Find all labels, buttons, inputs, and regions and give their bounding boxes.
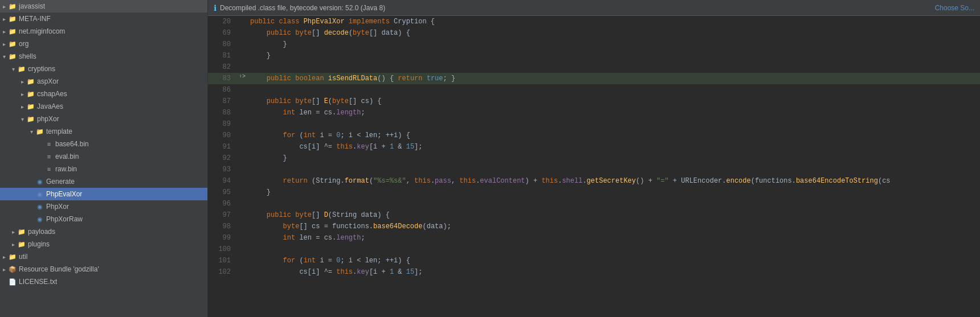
line-number: 88 <box>208 107 236 118</box>
tree-arrow-icon: ▸ <box>18 91 26 97</box>
line-number: 101 <box>208 255 236 266</box>
file-icon: ≡ <box>44 166 54 172</box>
sidebar-item-generate[interactable]: ◉Generate <box>0 175 207 188</box>
file-tree[interactable]: ▸📁javassist▸📁META-INF▸📁net.miginfocom▸📁o… <box>0 0 208 317</box>
choose-source-link[interactable]: Choose So... <box>935 4 974 12</box>
sidebar-item-org[interactable]: ▸📁org <box>0 38 207 50</box>
sidebar-item-label: base64.bin <box>55 140 89 148</box>
line-number: 87 <box>208 96 236 107</box>
sidebar-item-javassist[interactable]: ▸📁javassist <box>0 0 207 13</box>
file-icon: 📁 <box>17 228 26 236</box>
tree-arrow-icon: ▸ <box>0 16 8 22</box>
tree-arrow-icon: ▸ <box>18 79 26 85</box>
sidebar-item-label: net.miginfocom <box>19 27 65 35</box>
code-line: 99 int len = cs.length; <box>208 232 980 244</box>
sidebar-item-JavaAes[interactable]: ▸📁JavaAes <box>0 100 207 113</box>
file-icon: 📁 <box>35 128 44 135</box>
sidebar-item-label: PhpEvalXor <box>46 190 82 198</box>
sidebar-item-template[interactable]: ▾📁template <box>0 125 207 138</box>
line-content: int len = cs.length; <box>248 107 980 118</box>
line-number: 96 <box>208 198 236 209</box>
file-icon: 📁 <box>8 53 17 60</box>
line-content: } <box>248 187 980 198</box>
sidebar-item-base64bin[interactable]: ≡base64.bin <box>0 138 207 150</box>
code-line: 98 byte[] cs = functions.base64Decode(da… <box>208 221 980 232</box>
code-line: 90 for (int i = 0; i < len; ++i) { <box>208 130 980 141</box>
sidebar-item-util[interactable]: ▸📁util <box>0 250 207 263</box>
sidebar-item-label: PhpXorRaw <box>46 215 83 223</box>
line-content: for (int i = 0; i < len; ++i) { <box>248 130 980 141</box>
tree-arrow-icon: ▸ <box>9 241 17 248</box>
sidebar-item-label: phpXor <box>37 115 59 123</box>
info-message: ℹ Decompiled .class file, bytecode versi… <box>214 3 385 13</box>
code-line: 86 <box>208 84 980 96</box>
tree-arrow-icon: ▸ <box>18 104 26 110</box>
sidebar-item-shells[interactable]: ▾📁shells <box>0 50 207 63</box>
line-content: public byte[] decode(byte[] data) { <box>248 27 980 39</box>
sidebar-item-payloads[interactable]: ▸📁payloads <box>0 225 207 238</box>
sidebar-item-license[interactable]: 📄LICENSE.txt <box>0 275 207 288</box>
code-line: 80 } <box>208 39 980 50</box>
sidebar-item-label: payloads <box>28 228 55 236</box>
line-content: public class PhpEvalXor implements Crypt… <box>248 16 980 27</box>
sidebar-item-evalbin[interactable]: ≡eval.bin <box>0 150 207 163</box>
line-number: 83 <box>208 73 236 84</box>
code-line: 92 } <box>208 153 980 164</box>
line-gutter: ⬆ > <box>236 73 248 80</box>
file-icon: 📁 <box>26 90 35 98</box>
sidebar-item-label: org <box>19 40 28 48</box>
code-line: 20public class PhpEvalXor implements Cry… <box>208 16 980 27</box>
tree-arrow-icon: ▸ <box>0 266 8 273</box>
sidebar-item-rawbin[interactable]: ≡raw.bin <box>0 163 207 175</box>
code-line: 87 public byte[] E(byte[] cs) { <box>208 96 980 107</box>
code-line: 96 <box>208 198 980 209</box>
line-number: 98 <box>208 221 236 232</box>
line-content: cs[i] ^= this.key[i + 1 & 15]; <box>248 266 980 278</box>
sidebar-item-resource-bundle[interactable]: ▸📦Resource Bundle 'godzilla' <box>0 263 207 275</box>
file-icon: 📁 <box>17 241 26 248</box>
sidebar-item-aspxor[interactable]: ▸📁aspXor <box>0 75 207 88</box>
line-number: 99 <box>208 232 236 244</box>
code-line: 91 cs[i] ^= this.key[i + 1 & 15]; <box>208 141 980 153</box>
line-content: } <box>248 153 980 164</box>
sidebar-item-label: plugins <box>28 240 50 248</box>
sidebar-item-meta-inf[interactable]: ▸📁META-INF <box>0 13 207 25</box>
line-content: public boolean isSendRLData() { return t… <box>248 73 980 84</box>
code-line: 93 <box>208 164 980 175</box>
sidebar-item-label: template <box>46 127 72 135</box>
sidebar-item-cshapAes[interactable]: ▸📁cshapAes <box>0 88 207 100</box>
code-line: 83⬆ > public boolean isSendRLData() { re… <box>208 73 980 84</box>
sidebar-item-plugins[interactable]: ▸📁plugins <box>0 238 207 250</box>
sidebar-item-cryptions[interactable]: ▾📁cryptions <box>0 63 207 75</box>
line-number: 80 <box>208 39 236 50</box>
sidebar-item-label: PhpXor <box>46 203 69 211</box>
code-line: 81 } <box>208 50 980 61</box>
line-content: int len = cs.length; <box>248 232 980 244</box>
code-line: 102 cs[i] ^= this.key[i + 1 & 15]; <box>208 266 980 278</box>
file-icon: ◉ <box>35 178 44 186</box>
sidebar-item-phpXor2[interactable]: ◉PhpXor <box>0 200 207 213</box>
sidebar-item-phpXorRaw[interactable]: ◉PhpXorRaw <box>0 213 207 225</box>
sidebar-item-net-miginfocom[interactable]: ▸📁net.miginfocom <box>0 25 207 38</box>
tree-arrow-icon: ▸ <box>0 41 8 47</box>
line-number: 90 <box>208 130 236 141</box>
sidebar-item-label: shells <box>19 52 36 60</box>
line-content: public byte[] E(byte[] cs) { <box>248 96 980 107</box>
line-number: 89 <box>208 118 236 130</box>
line-content: } <box>248 39 980 50</box>
code-line: 95 } <box>208 187 980 198</box>
info-icon: ℹ <box>214 3 217 13</box>
tree-arrow-icon: ▾ <box>18 116 26 122</box>
main-content: ℹ Decompiled .class file, bytecode versi… <box>208 0 980 317</box>
line-content: public byte[] D(String data) { <box>248 209 980 221</box>
code-line: 101 for (int i = 0; i < len; ++i) { <box>208 255 980 266</box>
file-icon: ≡ <box>44 153 54 160</box>
tree-arrow-icon: ▸ <box>9 229 17 235</box>
code-line: 88 int len = cs.length; <box>208 107 980 118</box>
sidebar-item-label: Resource Bundle 'godzilla' <box>19 265 99 273</box>
info-text: Decompiled .class file, bytecode version… <box>220 4 385 12</box>
sidebar-item-phpXor[interactable]: ▾📁phpXor <box>0 113 207 125</box>
tree-arrow-icon: ▾ <box>27 129 35 135</box>
sidebar-item-phpEvalXor[interactable]: ◉PhpEvalXor <box>0 188 207 200</box>
line-content: byte[] cs = functions.base64Decode(data)… <box>248 221 980 232</box>
